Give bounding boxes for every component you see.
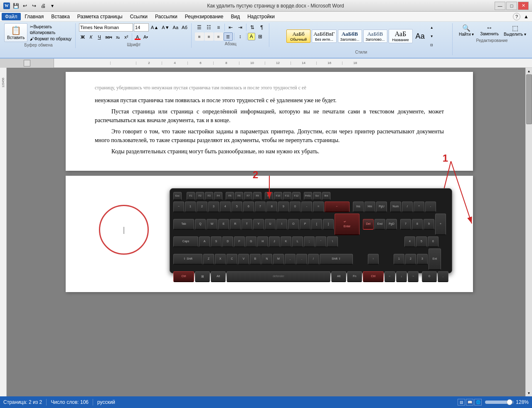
language: русский <box>97 399 115 405</box>
font-name-input[interactable] <box>79 23 133 32</box>
redo-qat-btn[interactable]: ↪ <box>30 2 38 10</box>
shading-btn[interactable]: A <box>248 33 255 40</box>
page1-text[interactable]: ненужная пустая страничка там появилась … <box>95 96 444 156</box>
copy-icon: ⧉ <box>30 30 33 35</box>
increase-indent-btn[interactable]: ⇥ <box>236 23 245 32</box>
bullets-btn[interactable]: ☰ <box>195 23 204 32</box>
save-qat-btn[interactable]: 💾 <box>12 2 20 10</box>
view-web-btn[interactable]: 🌐 <box>474 399 482 406</box>
kb-4: 4 <box>220 202 231 212</box>
align-right-btn[interactable]: ≡ <box>214 32 223 41</box>
print-qat-btn[interactable]: 🖨 <box>39 2 47 10</box>
kb-num6: 6 <box>428 236 438 247</box>
zoom-thumb[interactable] <box>507 399 512 405</box>
superscript-btn[interactable]: x² <box>123 33 130 41</box>
style-no-spacing-label: Без инте... <box>315 37 333 42</box>
view-read-btn[interactable]: 📖 <box>466 399 473 406</box>
kb-pgup: PgU <box>376 202 387 212</box>
menu-home[interactable]: Главная <box>22 13 47 20</box>
ribbon: 📋 Вставить ✂ Вырезать ⧉ Копировать 🖌 Фор… <box>0 22 532 59</box>
font-row1: A▲ A▼ Аа Аб <box>79 23 189 32</box>
style-title[interactable]: АаБ Название <box>389 29 413 43</box>
numbering-btn[interactable]: ☷ <box>204 23 214 32</box>
style-no-spacing[interactable]: АаБбВвГ Без инте... <box>312 29 336 43</box>
strikethrough-btn[interactable]: зач <box>104 33 113 41</box>
document-area[interactable]: ▲ ▼ 123456 страницу, убедившись что нену… <box>0 68 532 396</box>
menu-view[interactable]: Вид <box>227 13 243 20</box>
scroll-up-btn[interactable]: ▲ <box>526 68 532 74</box>
undo-qat-btn[interactable]: ↩ <box>21 2 29 10</box>
italic-btn[interactable]: К <box>87 33 95 41</box>
window-title: Как удалить пустую страницу в ворде.docx… <box>207 3 344 9</box>
decrease-indent-btn[interactable]: ⇤ <box>226 23 235 32</box>
sort-btn[interactable]: ⇅ <box>248 23 257 32</box>
paragraph-group: ☰ ☷ ≡ ⇤ ⇥ ⇅ ¶ ≡ ≡ ≡ ☰ <box>192 23 269 47</box>
minimize-ribbon-btn[interactable]: ▲ <box>522 12 530 21</box>
align-justify-btn[interactable]: ☰ <box>224 32 233 41</box>
show-para-btn[interactable]: ¶ <box>257 23 266 32</box>
dropdown-qat-btn[interactable]: ▾ <box>48 2 57 10</box>
select-btn[interactable]: ⬚ Выделить ▾ <box>502 23 528 37</box>
align-left-btn[interactable]: ≡ <box>195 32 204 41</box>
style-normal[interactable]: АаБб Обычный <box>286 29 310 43</box>
format-painter-btn[interactable]: 🖌 Формат по образцу <box>29 36 73 42</box>
menu-references[interactable]: Ссылки <box>127 13 151 20</box>
keyboard: Esc F1 F2 F3 F4 F5 F6 F7 F8 F9 F10 <box>170 188 452 273</box>
kb-g: G <box>246 236 256 247</box>
borders-btn[interactable]: ⊞ <box>256 32 265 41</box>
zoom-level: 128% <box>516 399 529 405</box>
text-effects-btn[interactable]: Аб <box>180 24 189 31</box>
styles-more-btn[interactable]: ⊡ <box>428 41 436 49</box>
font-size-input[interactable] <box>134 23 149 32</box>
zoom-slider[interactable] <box>485 401 514 404</box>
replace-btn[interactable]: ↔ Заменить <box>478 23 500 37</box>
multilevel-btn[interactable]: ≡ <box>214 23 223 32</box>
style-heading1[interactable]: АаБбВ Заголово... <box>338 29 362 43</box>
paste-icon: 📋 <box>11 25 21 35</box>
copy-btn[interactable]: ⧉ Копировать <box>29 30 73 36</box>
kb-f4: F4 <box>214 192 222 200</box>
ruler-mark: 4 <box>162 61 187 65</box>
close-btn[interactable]: ✕ <box>518 2 529 10</box>
maximize-btn[interactable]: □ <box>506 2 517 10</box>
sep1 <box>132 33 132 41</box>
styles-down-btn[interactable]: ▼ <box>428 32 436 40</box>
subscript-btn[interactable]: x₂ <box>114 33 122 41</box>
highlight-btn[interactable]: A▾ <box>142 33 150 41</box>
scroll-down-btn[interactable]: ▼ <box>526 390 532 396</box>
align-center-btn[interactable]: ≡ <box>204 32 214 41</box>
view-print-btn[interactable]: ▤ <box>458 399 465 406</box>
change-styles-btn[interactable]: Аа <box>414 32 426 40</box>
kb-asdf-row: Caps A S D F G H J K L ; ' \ <box>173 236 448 247</box>
minimize-btn[interactable]: — <box>495 2 505 10</box>
menu-insert[interactable]: Вставка <box>48 13 73 20</box>
text-color-btn[interactable]: A <box>134 33 141 41</box>
find-btn[interactable]: 🔍 Найти ▾ <box>456 23 477 37</box>
bold-btn[interactable]: Ж <box>79 33 86 41</box>
clear-format-btn[interactable]: Аа <box>172 24 180 31</box>
paste-btn[interactable]: 📋 Вставить <box>4 23 27 42</box>
style-heading2[interactable]: АаБбВ Заголово... <box>363 29 387 43</box>
line-spacing-btn[interactable]: ↕ <box>236 32 245 41</box>
menu-mailings[interactable]: Рассылки <box>152 13 181 20</box>
kb-num-plus: + <box>435 214 446 235</box>
menu-addins[interactable]: Надстройки <box>244 13 278 20</box>
scroll-thumb[interactable] <box>526 74 532 124</box>
sep4 <box>234 33 234 40</box>
increase-font-btn[interactable]: A▲ <box>150 24 160 31</box>
underline-btn[interactable]: Ч <box>96 33 103 41</box>
kb-j: J <box>269 236 280 247</box>
word-icon: W <box>3 2 10 9</box>
kb-i: I <box>276 219 287 230</box>
quick-access-toolbar: 💾 ↩ ↪ 🖨 ▾ <box>12 2 57 10</box>
keyboard-area: 2 Esc F1 <box>170 188 452 273</box>
ruler-corner-btn[interactable] <box>24 60 30 66</box>
menu-file[interactable]: Файл <box>2 13 21 20</box>
decrease-font-btn[interactable]: A▼ <box>160 24 170 31</box>
cut-btn[interactable]: ✂ Вырезать <box>29 24 73 29</box>
menu-page-layout[interactable]: Разметка страницы <box>74 13 126 20</box>
menu-review[interactable]: Рецензирование <box>182 13 227 20</box>
vertical-scrollbar[interactable]: ▲ ▼ <box>525 68 532 396</box>
styles-up-btn[interactable]: ▲ <box>428 23 436 32</box>
help-btn[interactable]: ? <box>513 13 520 20</box>
